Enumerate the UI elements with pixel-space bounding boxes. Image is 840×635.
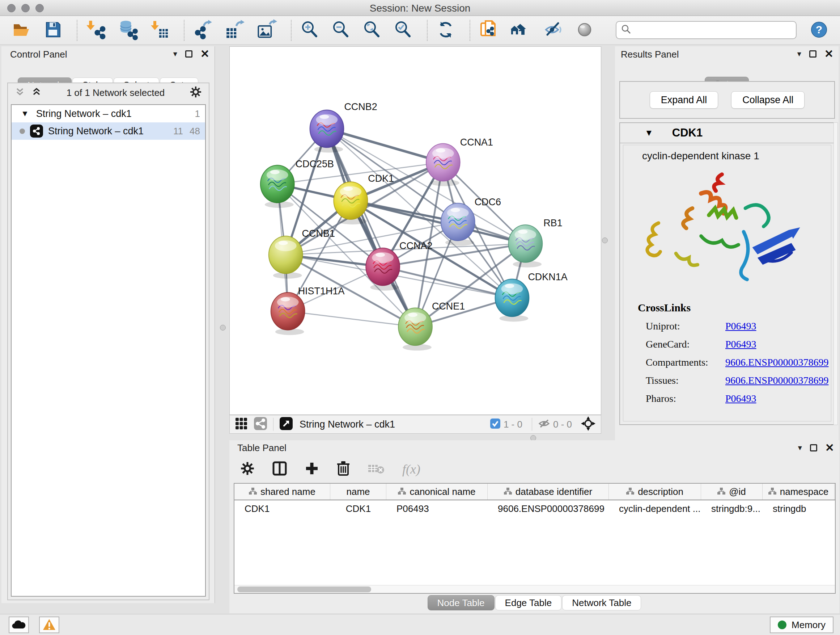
svg-text:CCNB1: CCNB1 [302, 228, 335, 239]
svg-text:CCNE1: CCNE1 [432, 301, 465, 312]
table-gear-icon[interactable] [240, 461, 255, 477]
hide-unhide-button[interactable] [543, 19, 564, 41]
memory-button[interactable]: Memory [770, 616, 834, 633]
column-header-name[interactable]: name [330, 484, 386, 500]
import-network-database-button[interactable] [117, 19, 139, 41]
import-network-icon [85, 19, 106, 41]
table-row[interactable]: CDK1CDK1P064939606.ENSP00000378699cyclin… [234, 500, 835, 517]
zoom-out-button[interactable] [331, 19, 351, 41]
results-panel: Results Panel ▾ ✕ String Expand All Coll… [615, 46, 838, 440]
detach-view-icon[interactable] [279, 417, 293, 432]
save-session-button[interactable] [43, 19, 63, 41]
grid-view-icon[interactable] [235, 417, 248, 432]
collection-count: 1 [195, 108, 200, 119]
section-collapse-icon[interactable]: ▼ [645, 128, 653, 138]
collection-expand-icon[interactable]: ▼ [21, 109, 29, 119]
string-home-button[interactable] [509, 19, 532, 41]
show-columns-icon[interactable] [272, 461, 287, 478]
network-row-selected[interactable]: String Network – cdk1 11 48 [11, 122, 205, 140]
left-splitter-handle[interactable] [220, 325, 226, 331]
panel-float-icon[interactable] [809, 50, 816, 57]
tab-edge-table[interactable]: Edge Table [495, 595, 562, 610]
crosslink-link[interactable]: P06493 [725, 320, 756, 332]
string-query-button[interactable] [478, 19, 499, 42]
help-button[interactable]: ? [810, 20, 829, 40]
network-row-label: String Network – cdk1 [48, 126, 167, 137]
table-horizontal-scrollbar[interactable] [234, 585, 835, 593]
zoom-in-icon [300, 19, 320, 41]
export-network-button[interactable] [193, 19, 213, 41]
string-network-icon [30, 125, 43, 138]
svg-text:RB1: RB1 [543, 218, 562, 228]
add-column-icon[interactable] [305, 461, 319, 477]
column-header-shared-name[interactable]: shared name [234, 484, 330, 500]
birds-eye-crosshair-icon[interactable] [581, 416, 596, 432]
column-header-description[interactable]: description [609, 484, 701, 500]
export-table-icon [224, 19, 245, 41]
search-icon [621, 24, 632, 36]
table-panel: Table Panel ▾ ✕ f(x) shared namenamecano… [229, 440, 839, 613]
toolbar-search [616, 21, 797, 39]
expand-all-networks-icon[interactable] [31, 87, 42, 99]
scrollbar-thumb[interactable] [237, 586, 371, 592]
delete-column-trash-icon[interactable] [336, 461, 350, 478]
panel-menu-icon[interactable]: ▾ [798, 443, 802, 453]
crosslink-link[interactable]: P06493 [725, 393, 756, 404]
right-splitter-handle[interactable] [602, 238, 608, 243]
network-options-gear-icon[interactable] [189, 86, 202, 100]
collapse-all-button[interactable]: Collapse All [731, 91, 805, 109]
selected-checkbox-icon[interactable] [490, 418, 501, 431]
zoom-fit-button[interactable] [362, 19, 382, 41]
apply-layout-button[interactable] [436, 19, 456, 41]
hidden-eye-icon[interactable] [538, 418, 550, 431]
tree-hierarchy-icon [626, 486, 634, 497]
import-network-file-button[interactable] [85, 19, 106, 41]
protein-section-header[interactable]: ▼ CDK1 [620, 123, 834, 143]
panel-float-icon[interactable] [810, 444, 817, 451]
protein-structure-image [623, 165, 831, 298]
export-image-button[interactable] [256, 19, 277, 41]
network-node-count: 11 [173, 126, 183, 137]
import-table-button[interactable] [150, 19, 170, 41]
table-cell: CDK1 [330, 503, 386, 515]
search-input[interactable] [635, 25, 791, 36]
cloud-status-button[interactable] [9, 616, 29, 633]
table-cell: stringdb:9... [701, 503, 763, 515]
column-header--id[interactable]: @id [701, 484, 763, 500]
crosslink-link[interactable]: P06493 [725, 339, 756, 350]
zoom-in-button[interactable] [300, 19, 320, 41]
node-table[interactable]: shared namenamecanonical namedatabase id… [234, 483, 836, 594]
crosslink-link[interactable]: 9606.ENSP00000378699 [725, 375, 829, 386]
panel-menu-icon[interactable]: ▾ [797, 49, 801, 59]
table-cell: CDK1 [234, 503, 330, 515]
tree-hierarchy-icon [717, 486, 725, 497]
table-tabs: Node Table Edge Table Network Table [229, 595, 839, 610]
zoom-selected-button[interactable] [393, 19, 413, 41]
open-folder-icon [11, 19, 32, 41]
tab-network-table[interactable]: Network Table [562, 595, 641, 610]
network-collection-row[interactable]: ▼ String Network – cdk1 1 [11, 105, 205, 122]
column-header-database-identifier[interactable]: database identifier [488, 484, 609, 500]
table-body: CDK1CDK1P064939606.ENSP00000378699cyclin… [234, 500, 835, 517]
collapse-all-networks-icon[interactable] [14, 87, 25, 99]
crosslink-link[interactable]: 9606.ENSP00000378699 [725, 356, 829, 368]
tab-node-table[interactable]: Node Table [428, 595, 494, 610]
column-header-canonical-name[interactable]: canonical name [386, 484, 488, 500]
panel-float-icon[interactable] [185, 50, 193, 57]
open-session-button[interactable] [11, 19, 32, 41]
network-list: ▼ String Network – cdk1 1 String Network… [11, 104, 206, 597]
results-scrollbar[interactable] [834, 122, 838, 425]
table-panel-title: Table Panel [237, 442, 286, 454]
export-table-button[interactable] [224, 19, 245, 41]
network-share-icon[interactable] [254, 417, 267, 432]
panel-close-icon[interactable]: ✕ [825, 444, 834, 451]
panel-close-icon[interactable]: ✕ [824, 50, 834, 57]
expand-all-button[interactable]: Expand All [650, 91, 718, 109]
gray-eye-icon [575, 19, 595, 41]
show-eye-button[interactable] [575, 19, 595, 41]
panel-menu-icon[interactable]: ▾ [173, 49, 177, 59]
column-header-namespace[interactable]: namespace [763, 484, 835, 500]
panel-close-icon[interactable]: ✕ [201, 50, 210, 57]
network-canvas[interactable]: CCNB2CCNA1CDC25BCDK1CDC6RB1CCNB1CCNA2CDK… [229, 46, 601, 415]
warning-status-button[interactable] [39, 616, 59, 633]
